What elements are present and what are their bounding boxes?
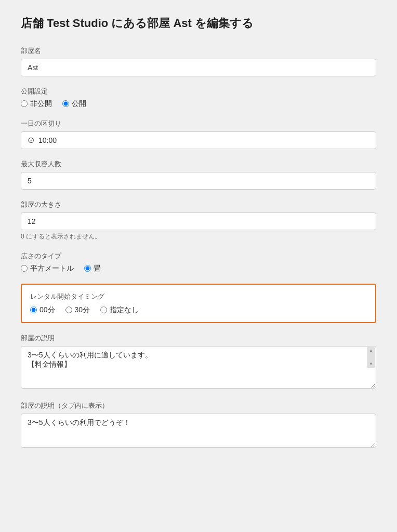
scrollbar-indicator: ▲ ▼ [367, 347, 375, 368]
day-divider-section: 一日の区切り ⊙ [21, 119, 376, 149]
size-type-sqm-label: 平方メートル [30, 264, 74, 273]
room-desc-section: 部屋の説明 3〜5人くらいの利用に適しています。 【料金情報】 ▲ ▼ [21, 334, 376, 391]
room-desc-textarea[interactable]: 3〜5人くらいの利用に適しています。 【料金情報】 [21, 346, 376, 389]
visibility-section: 公開設定 非公開 公開 [21, 87, 376, 109]
rental-timing-none-radio[interactable] [100, 307, 107, 313]
room-tab-desc-section: 部屋の説明（タブ内に表示） 3〜5人くらいの利用でどうぞ！ [21, 401, 376, 450]
size-type-section: 広さのタイプ 平方メートル 畳 [21, 251, 376, 273]
max-capacity-input[interactable] [21, 172, 376, 190]
rental-timing-30-option[interactable]: 30分 [65, 305, 90, 315]
room-name-label: 部屋名 [21, 46, 376, 56]
size-type-radio-group: 平方メートル 畳 [21, 264, 376, 273]
visibility-label: 公開設定 [21, 87, 376, 96]
room-desc-wrapper: 3〜5人くらいの利用に適しています。 【料金情報】 ▲ ▼ [21, 346, 376, 391]
size-type-tatami-radio[interactable] [84, 265, 91, 272]
room-size-hint: 0 にすると表示されません。 [21, 232, 376, 241]
room-size-section: 部屋の大きさ 0 にすると表示されません。 [21, 200, 376, 241]
rental-timing-none-option[interactable]: 指定なし [100, 305, 139, 315]
day-divider-label: 一日の区切り [21, 119, 376, 128]
day-divider-input[interactable] [38, 132, 369, 149]
max-capacity-section: 最大収容人数 [21, 159, 376, 190]
scroll-up-arrow: ▲ [369, 349, 373, 353]
size-type-sqm-radio[interactable] [21, 265, 28, 272]
visibility-public-radio[interactable] [62, 100, 69, 107]
room-desc-label: 部屋の説明 [21, 334, 376, 343]
rental-timing-label: レンタル開始タイミング [30, 292, 367, 301]
rental-timing-00-label: 00分 [39, 305, 55, 315]
room-name-input[interactable] [21, 59, 376, 76]
size-type-tatami-label: 畳 [94, 264, 101, 273]
size-type-sqm-option[interactable]: 平方メートル [21, 264, 74, 273]
visibility-public-option[interactable]: 公開 [62, 99, 86, 109]
clock-icon: ⊙ [28, 135, 34, 145]
rental-timing-radio-group: 00分 30分 指定なし [30, 305, 367, 315]
room-size-label: 部屋の大きさ [21, 200, 376, 209]
page-title: 店舗 Test Studio にある部屋 Ast を編集する [21, 16, 376, 32]
rental-timing-30-label: 30分 [75, 305, 90, 315]
room-tab-desc-label: 部屋の説明（タブ内に表示） [21, 401, 376, 410]
rental-timing-30-radio[interactable] [65, 307, 72, 313]
scroll-down-arrow: ▼ [369, 362, 373, 366]
room-name-section: 部屋名 [21, 46, 376, 76]
max-capacity-label: 最大収容人数 [21, 159, 376, 169]
visibility-private-radio[interactable] [21, 100, 28, 107]
room-tab-desc-textarea[interactable]: 3〜5人くらいの利用でどうぞ！ [21, 414, 376, 448]
day-divider-input-wrapper: ⊙ [21, 131, 376, 149]
visibility-radio-group: 非公開 公開 [21, 99, 376, 109]
visibility-public-label: 公開 [72, 99, 86, 109]
size-type-label: 広さのタイプ [21, 251, 376, 261]
visibility-private-label: 非公開 [30, 99, 52, 109]
rental-timing-section: レンタル開始タイミング 00分 30分 指定なし [21, 284, 376, 323]
rental-timing-none-label: 指定なし [110, 305, 139, 315]
room-size-input[interactable] [21, 212, 376, 230]
visibility-private-option[interactable]: 非公開 [21, 99, 52, 109]
rental-timing-00-option[interactable]: 00分 [30, 305, 55, 315]
size-type-tatami-option[interactable]: 畳 [84, 264, 101, 273]
rental-timing-00-radio[interactable] [30, 307, 37, 313]
